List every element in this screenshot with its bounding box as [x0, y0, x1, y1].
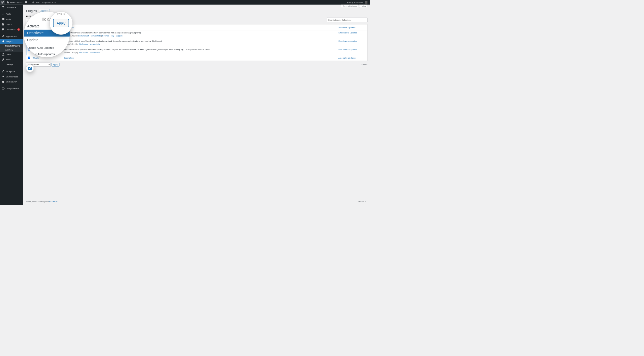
sliders-icon	[2, 63, 5, 66]
plugin-meta-link[interactable]: View details	[91, 35, 101, 37]
menu-users[interactable]: Users	[0, 52, 23, 57]
howdy-label: Howdy, AdminUser	[347, 1, 363, 4]
site-name-label: My WordPress	[10, 1, 22, 4]
col-plugin[interactable]: Plugin	[32, 24, 62, 30]
admin-bar-comments[interactable]: 1	[24, 0, 31, 5]
admin-bar-new[interactable]: New	[31, 0, 41, 5]
avatar	[365, 1, 367, 4]
menu-comments[interactable]: Comments1	[0, 27, 23, 32]
plugin-author-link[interactable]: SiteGround	[79, 43, 88, 45]
menu-sg-security[interactable]: SG Security	[0, 79, 23, 84]
plugin-description: This plugin will link your WordPress app…	[63, 40, 335, 42]
select-all-top[interactable]	[28, 26, 30, 28]
items-count-bottom: 3 items	[361, 64, 367, 66]
search-input[interactable]	[327, 18, 368, 22]
footer-version: Version 6.2	[358, 201, 367, 203]
plug-icon	[2, 40, 5, 43]
comments-badge: 1	[17, 28, 20, 31]
table-row: SiteGround Optimizer Deactivate This plu…	[26, 38, 367, 47]
table-row: SiteGround Security Deactivate SiteGroun…	[26, 47, 367, 55]
user-icon	[2, 53, 5, 56]
filter-active[interactable]: Active (3)	[34, 15, 42, 17]
pin-icon	[2, 12, 5, 15]
recaptcha-icon	[2, 70, 5, 73]
add-new-plugin-button[interactable]: Add New	[39, 9, 50, 13]
svg-point-3	[4, 65, 4, 66]
row-checkbox[interactable]	[28, 32, 30, 34]
submenu-add-new[interactable]: Add New	[0, 48, 23, 52]
plugin-action-link[interactable]: Deactivate	[33, 51, 42, 53]
screen-options-button[interactable]: Screen Options	[341, 5, 358, 8]
svg-point-4	[2, 87, 4, 90]
enable-auto-updates-link[interactable]: Enable auto-updates	[338, 32, 357, 34]
plugin-action-link[interactable]: Settings | Deactivate	[33, 34, 50, 37]
svg-point-1	[4, 64, 4, 64]
menu-pages[interactable]: Pages	[0, 22, 23, 27]
col-auto-updates[interactable]: Automatic Updates	[337, 24, 367, 30]
footer-wordpress-link[interactable]: WordPress	[49, 201, 58, 203]
menu-appearance[interactable]: Appearance	[0, 33, 23, 39]
col-auto-updates-foot[interactable]: Automatic Updates	[337, 55, 367, 61]
filter-links: All (3) | Active (3) | Auto-updates Disa…	[26, 15, 368, 17]
select-all-bottom[interactable]	[28, 57, 30, 59]
plus-icon	[32, 1, 35, 4]
svg-point-0	[3, 53, 4, 55]
plugin-meta-link[interactable]: Support	[116, 35, 123, 37]
filter-auto-disabled[interactable]: Auto-updates Disabled (3)	[44, 15, 66, 17]
dashboard-icon	[2, 6, 5, 9]
row-checkbox[interactable]	[28, 48, 30, 50]
menu-tools[interactable]: Tools	[0, 57, 23, 62]
plugin-meta-link[interactable]: FAQ	[110, 35, 114, 37]
svg-point-2	[3, 65, 3, 65]
help-button[interactable]: Help	[359, 5, 368, 8]
plugin-meta-link[interactable]: View details	[90, 51, 100, 54]
col-description[interactable]: Description	[62, 24, 337, 30]
rocket-icon	[2, 75, 5, 78]
admin-bar-site[interactable]: My WordPress	[5, 0, 24, 5]
plugin-action-link[interactable]: Deactivate	[33, 43, 42, 45]
filter-all[interactable]: All (3)	[26, 15, 31, 17]
comment-icon	[25, 1, 28, 4]
page-icon	[2, 23, 5, 26]
plugin-name: SiteGround Optimizer	[33, 40, 61, 42]
bulk-actions-select-top[interactable]: Bulk actions	[26, 19, 51, 23]
menu-sg-optimizer[interactable]: SG Optimizer	[0, 74, 23, 79]
table-row: reCaptcha by BestWebSoft Settings | Deac…	[26, 30, 367, 38]
menu-dashboard[interactable]: Dashboard	[0, 5, 23, 10]
plugin-meta-link[interactable]: View details	[90, 43, 100, 45]
admin-bar: My WordPress 1 New Purge SG Cache Howdy,…	[0, 0, 370, 5]
apply-button-bottom[interactable]: Apply	[52, 63, 59, 66]
new-label: New	[36, 1, 39, 4]
menu-posts[interactable]: Posts	[0, 11, 23, 17]
apply-button-top[interactable]: Apply	[52, 19, 59, 23]
enable-auto-updates-link[interactable]: Enable auto-updates	[338, 40, 357, 42]
col-description-foot[interactable]: Description	[62, 55, 337, 61]
shield-icon	[2, 80, 5, 83]
wordpress-icon	[1, 1, 4, 4]
plugin-meta-link[interactable]: Settings	[102, 35, 109, 37]
plugin-author-link[interactable]: BestWebSoft	[78, 35, 89, 37]
bulk-actions-select-bottom[interactable]: Bulk actions	[26, 63, 51, 67]
row-checkbox[interactable]	[28, 40, 30, 42]
enable-auto-updates-link[interactable]: Enable auto-updates	[338, 48, 357, 50]
menu-recaptcha[interactable]: reCaptcha	[0, 69, 23, 74]
content-area: Screen Options Help Plugins Add New All …	[23, 5, 370, 205]
menu-plugins[interactable]: Plugins	[0, 39, 23, 44]
plugins-submenu: Installed Plugins Add New	[0, 44, 23, 52]
col-plugin-foot[interactable]: Plugin	[32, 55, 62, 61]
plugins-table: Plugin Description Automatic Updates reC…	[26, 24, 368, 61]
comments-count: 1	[28, 1, 29, 4]
admin-bar-purge[interactable]: Purge SG Cache	[41, 0, 57, 5]
wp-logo[interactable]	[0, 0, 5, 5]
admin-bar-account[interactable]: Howdy, AdminUser	[346, 0, 369, 5]
plugin-name: SiteGround Security	[33, 48, 61, 50]
home-icon	[6, 1, 9, 4]
submenu-installed-plugins[interactable]: Installed Plugins	[0, 44, 23, 48]
menu-settings[interactable]: Settings	[0, 62, 23, 67]
menu-media[interactable]: Media	[0, 17, 23, 22]
plugin-author-link[interactable]: SiteGround	[79, 51, 88, 54]
brush-icon	[2, 35, 5, 38]
collapse-menu[interactable]: Collapse menu	[0, 86, 23, 91]
footer-thanks: Thank you for creating with WordPress.	[26, 201, 59, 203]
wrench-icon	[2, 58, 5, 61]
